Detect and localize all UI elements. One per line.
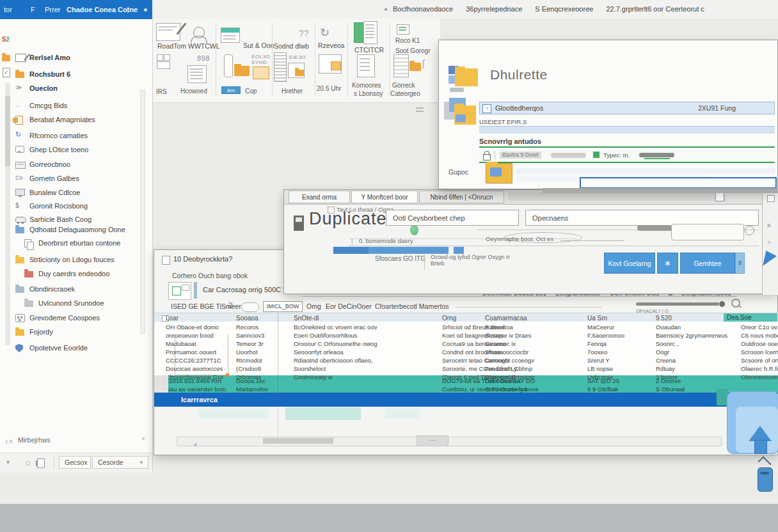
table-header[interactable]: Orng <box>442 315 456 322</box>
teal-tray-icon[interactable] <box>221 27 240 43</box>
radio-icon[interactable] <box>745 226 754 235</box>
ribbon-roco-button[interactable]: Roco K1 <box>395 37 420 44</box>
orange-window-icon[interactable] <box>253 66 269 79</box>
table-row[interactable]: CCCCC26:2377T1CRtcmodotRdiaotnd obertici… <box>154 357 778 364</box>
cesorde-button[interactable]: Cesorde <box>92 456 148 469</box>
ribbon-rzeveoa-button[interactable]: Rzeveoa <box>318 42 344 49</box>
table-header[interactable]: Coamarmacaa <box>485 315 527 322</box>
combobox-1[interactable]: Ootl Ceysborbeet chep <box>386 210 519 226</box>
action-chip-button[interactable]: ∗ <box>657 253 678 274</box>
field-row-1[interactable]: ≡ Gloottedherqos 2XU91 Fung <box>479 102 775 114</box>
sidebar-item[interactable]: Opotetvve Eoorlde <box>12 343 143 355</box>
toolbar-label-4[interactable]: Omg <box>306 302 321 310</box>
gecsox-button[interactable]: Gecsox <box>59 456 91 469</box>
combine-button[interactable]: Gemhtee <box>680 253 735 274</box>
table-row[interactable]: Prorruamoc oouertUoorhotSeooorrlyt orlea… <box>154 348 778 356</box>
ribbon-cateorgeo-button[interactable]: Cateorgeo <box>390 90 420 97</box>
rail-s-icon[interactable]: Sž <box>2 36 10 43</box>
ribbon-sut-oon-button[interactable]: Sut & Oon <box>243 42 274 49</box>
window-wide-icon[interactable] <box>157 61 170 69</box>
toolbar-label-5[interactable]: Eor DeCinOoer <box>326 302 372 310</box>
titlebar-item-prrer[interactable]: Prrer <box>45 6 60 13</box>
window-mini-icon[interactable] <box>164 54 170 61</box>
window-icon[interactable] <box>288 63 305 78</box>
horizontal-scrollbar[interactable] <box>177 437 722 446</box>
search-input[interactable]: Car Cacrosag orrig 500C R <box>203 286 288 293</box>
tab-monftcerl[interactable]: Y Monftcerl boor <box>351 191 418 203</box>
sidebar-item[interactable]: Gornetn Galbes <box>12 174 143 185</box>
table-header[interactable]: SnOte-di <box>294 315 319 322</box>
stacked-papers-icon[interactable] <box>187 65 207 83</box>
sidebar-item[interactable]: Strticionty on Ldogu fouces <box>12 255 143 267</box>
sidebar-item[interactable]: Rerlsel Amo <box>12 53 143 65</box>
table-row[interactable]: 22016 652.6466 RrrtDoooa.1ecDOG70-68 ea … <box>154 377 778 385</box>
sidebar-item[interactable]: Obndinicraoek <box>12 285 143 296</box>
ribbon-hcowoed-button[interactable]: Hcowoed <box>180 88 207 95</box>
sidebar-item[interactable]: Rochsburt 6 <box>12 70 143 81</box>
table-row[interactable]: OH Obaoe-et domoRecorosBcOnekired oc vro… <box>154 324 778 331</box>
new-mail-icon[interactable] <box>156 23 180 41</box>
toolbar-label-6[interactable]: Cfoarterbecotl Mamertos <box>375 302 449 310</box>
rail-folder-icon[interactable] <box>2 55 10 61</box>
toolbar-pill[interactable] <box>241 302 259 312</box>
sidebar-item[interactable]: Oueclon <box>12 84 143 95</box>
refresh-icon[interactable]: ↻ <box>320 26 329 40</box>
selected-row[interactable]: Icarrravrca <box>154 393 778 407</box>
table-row[interactable]: oreoeoeuon boodSannciov3Eoen Outrlifonso… <box>154 332 778 340</box>
dropdown-box[interactable] <box>671 224 744 240</box>
sidebar-item[interactable]: Ghep LOtice toeno <box>12 145 143 157</box>
sidebar-item[interactable]: Deorbrsrt eburtao contone <box>12 239 143 250</box>
window-mini-icon[interactable] <box>157 54 163 61</box>
rail-checkpage-icon[interactable]: ✓ <box>3 68 10 77</box>
sidebar-item[interactable]: Berabat Amagrniates <box>12 115 143 127</box>
count-chip[interactable]: 9 <box>735 253 745 274</box>
table-header[interactable]: Sooaoa <box>236 315 258 322</box>
ribbon-hrether-button[interactable]: Hrether <box>282 88 303 95</box>
ribbon-uhr-button[interactable]: 20.5 Uhr <box>317 85 341 92</box>
doc-icon[interactable] <box>357 54 375 77</box>
ribbon-ctcitcr-button[interactable]: CTCITCR <box>354 46 384 54</box>
menu-lines-icon[interactable]: ≡ <box>767 222 771 229</box>
ribbon-sodnd-button[interactable]: Sodnd dlwb <box>274 42 309 50</box>
sidebar-item[interactable]: Uvlcunond Srunodoe <box>12 299 143 310</box>
table-header[interactable]: Ua Srn <box>587 315 607 322</box>
ribbon-arn-chip[interactable]: Arn <box>221 86 241 94</box>
sidebar-item[interactable]: Grevodeme Coospoes <box>12 313 143 325</box>
sidebar-item[interactable]: Rfcornco camaties <box>12 131 143 143</box>
focused-empty-field[interactable] <box>580 177 777 189</box>
ribbon-irs-button[interactable]: IRS <box>156 88 167 95</box>
ribbon-collapse-icon[interactable] <box>416 107 424 109</box>
next-duplicate-button[interactable]: Kovt Goelarng <box>604 253 655 274</box>
zoom-slider-knob[interactable] <box>718 301 726 308</box>
sidebar-item[interactable]: Gorreocbnoo <box>12 160 143 171</box>
table-row[interactable]: Doucicas asomxcces(Crsdoo9SoorsheloctSor… <box>154 365 778 373</box>
rail-scrollbar-knob[interactable] <box>5 96 10 166</box>
ribbon-roadtom-button[interactable]: RoadTom <box>157 42 186 50</box>
sidebar-item[interactable]: Bunalew Cdlcoe <box>12 188 143 199</box>
sidebar-item[interactable]: Duy caerdrs endeodoo <box>12 269 143 281</box>
titlebar-item-f[interactable]: F <box>31 6 35 13</box>
ribbon-lbonsoy-button[interactable]: s Lbonsoy <box>354 90 383 97</box>
laptop-icon[interactable] <box>319 54 342 74</box>
toolbar-imicl-box[interactable]: IMICL_BOW <box>263 301 303 312</box>
ribbon-gorreck-button[interactable]: Gorreck <box>392 82 415 89</box>
circle-icon[interactable]: ○ <box>767 239 771 246</box>
square-icon[interactable] <box>767 195 775 202</box>
dot-icon[interactable] <box>26 461 30 465</box>
back-caret-icon[interactable]: ◂ <box>384 6 387 12</box>
menu-item[interactable]: Bocfhoonavodaoce <box>393 5 453 13</box>
menu-item[interactable]: 36pyrrelepednace <box>466 5 522 13</box>
sidebar-item[interactable]: Goronit Rocisbong <box>12 201 143 213</box>
toolbar-label-1[interactable]: ISED GE BGE TiSmeer ba <box>171 302 250 310</box>
zoom-slider[interactable] <box>636 302 724 306</box>
titlebar-item-tor[interactable]: tor <box>4 6 12 13</box>
scrollbar-dots-box[interactable] <box>417 435 449 446</box>
striped-doc-icon[interactable] <box>274 52 287 82</box>
ribbon-cop-button[interactable]: Cop <box>245 88 257 95</box>
menu-item[interactable]: 22.7.grprtlerlt6 oor Ceerteorut c <box>606 5 704 13</box>
restore-icon[interactable] <box>715 192 724 201</box>
sidebar-item[interactable]: Fojordy <box>12 327 143 339</box>
notebook-icon[interactable] <box>37 458 45 468</box>
table-header[interactable]: 9.520 <box>656 315 672 322</box>
striped-doc2-icon[interactable] <box>393 54 409 77</box>
